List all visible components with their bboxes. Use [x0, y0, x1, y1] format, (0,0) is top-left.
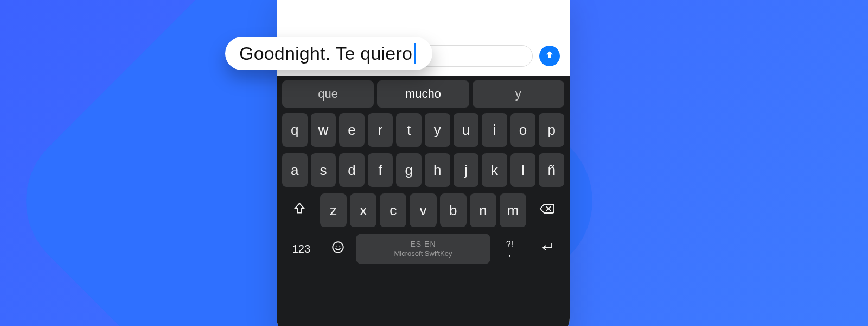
keyboard: que mucho y q w e r t y u i o p a s d f	[277, 76, 570, 326]
spacebar-brand: Microsoft SwiftKey	[394, 250, 452, 258]
emoji-icon	[331, 240, 345, 258]
key-h[interactable]: h	[425, 153, 450, 187]
key-y[interactable]: y	[425, 113, 450, 147]
svg-point-1	[336, 245, 337, 246]
suggestion-bar: que mucho y	[282, 80, 564, 108]
return-icon	[539, 241, 554, 258]
return-key[interactable]	[529, 234, 564, 264]
key-d[interactable]: d	[339, 153, 365, 187]
message-bubble-wrap: Goodnight. Te quiero	[225, 37, 432, 70]
key-m[interactable]: m	[500, 193, 526, 227]
key-e[interactable]: e	[339, 113, 365, 147]
key-g[interactable]: g	[396, 153, 422, 187]
arrow-up-icon	[544, 49, 555, 62]
key-a[interactable]: a	[282, 153, 308, 187]
key-enye[interactable]: ñ	[539, 153, 564, 187]
punct-bottom: ,	[508, 249, 510, 258]
send-button[interactable]	[539, 46, 560, 66]
numbers-key[interactable]: 123	[282, 234, 321, 264]
key-b[interactable]: b	[440, 193, 467, 227]
key-r[interactable]: r	[368, 113, 393, 147]
key-c[interactable]: c	[380, 193, 406, 227]
key-k[interactable]: k	[482, 153, 507, 187]
key-row-2: a s d f g h j k l ñ	[282, 153, 564, 187]
key-p[interactable]: p	[539, 113, 564, 147]
message-bubble: Goodnight. Te quiero	[225, 37, 432, 70]
backspace-key[interactable]	[529, 193, 564, 227]
spacebar-lang: ES EN	[410, 240, 436, 248]
shift-key[interactable]	[282, 193, 317, 227]
key-x[interactable]: x	[350, 193, 376, 227]
key-v[interactable]: v	[410, 193, 436, 227]
backspace-icon	[539, 202, 555, 219]
shift-icon	[292, 202, 307, 220]
key-l[interactable]: l	[510, 153, 536, 187]
key-t[interactable]: t	[396, 113, 422, 147]
suggestion-right[interactable]: y	[473, 80, 564, 108]
key-u[interactable]: u	[454, 113, 479, 147]
text-cursor	[414, 43, 416, 64]
suggestion-center[interactable]: mucho	[377, 80, 469, 108]
key-q[interactable]: q	[282, 113, 308, 147]
key-i[interactable]: i	[482, 113, 507, 147]
spacebar[interactable]: ES EN Microsoft SwiftKey	[356, 234, 490, 264]
key-n[interactable]: n	[470, 193, 496, 227]
key-row-3: z x c v b n m	[282, 193, 564, 227]
message-text: Goodnight. Te quiero	[239, 43, 412, 64]
key-o[interactable]: o	[510, 113, 536, 147]
key-s[interactable]: s	[311, 153, 336, 187]
emoji-key[interactable]	[324, 234, 353, 264]
svg-point-0	[333, 242, 344, 253]
key-z[interactable]: z	[320, 193, 347, 227]
suggestion-left[interactable]: que	[282, 80, 374, 108]
key-row-1: q w e r t y u i o p	[282, 113, 564, 147]
key-j[interactable]: j	[454, 153, 479, 187]
svg-point-2	[340, 245, 341, 246]
punctuation-key[interactable]: ?! ,	[494, 234, 526, 264]
promo-stage: que mucho y q w e r t y u i o p a s d f	[0, 0, 868, 326]
punct-top: ?!	[506, 240, 513, 249]
key-row-bottom: 123 ES EN Microsoft SwiftKey ?! ,	[282, 234, 564, 264]
key-w[interactable]: w	[311, 113, 336, 147]
key-f[interactable]: f	[368, 153, 393, 187]
